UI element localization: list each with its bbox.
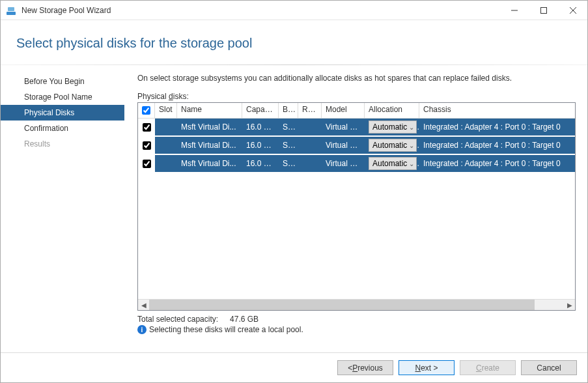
footer: < Previous Next > Create Cancel — [1, 352, 587, 382]
header-chassis[interactable]: Chassis — [419, 103, 575, 118]
total-value: 47.6 GB — [230, 315, 259, 324]
row-bus: SAS — [279, 141, 298, 150]
total-label: Total selected capacity: — [137, 315, 218, 324]
row-chassis: Integrated : Adapter 4 : Port 0 : Target… — [419, 122, 575, 132]
intro-text: On select storage subsystems you can add… — [137, 74, 576, 83]
row-model: Virtual Disk — [322, 122, 365, 132]
create-button: Create — [460, 360, 516, 375]
row-name: Msft Virtual Di... — [177, 122, 242, 132]
allocation-value: Automatic — [372, 122, 407, 132]
allocation-value: Automatic — [372, 141, 407, 150]
physical-disks-label: Physical disks: — [137, 92, 576, 101]
row-capacity: 16.0 GB — [242, 122, 279, 132]
info-text: Selecting these disks will create a loca… — [149, 325, 303, 334]
row-allocation: Automatic ⌄ — [365, 121, 419, 134]
wizard-steps: Before You Begin Storage Pool Name Physi… — [1, 66, 124, 351]
svg-rect-0 — [7, 12, 16, 15]
window-title: New Storage Pool Wizard — [21, 6, 111, 15]
minimize-icon — [511, 7, 518, 14]
scroll-thumb[interactable] — [149, 300, 535, 310]
chevron-down-icon: ⌄ — [409, 124, 414, 131]
scroll-left-icon[interactable]: ◀ — [138, 300, 149, 311]
allocation-value: Automatic — [372, 159, 407, 168]
maximize-icon — [540, 7, 547, 14]
titlebar: New Storage Pool Wizard — [1, 1, 587, 20]
info-line: i Selecting these disks will create a lo… — [137, 325, 576, 334]
horizontal-scrollbar[interactable]: ◀ ▶ — [138, 299, 575, 310]
next-button[interactable]: Next > — [399, 360, 455, 375]
scroll-right-icon[interactable]: ▶ — [564, 300, 575, 311]
previous-button[interactable]: < Previous — [337, 360, 393, 375]
grid-header: Slot Name Capacity Bus RPM Model Allocat… — [138, 103, 575, 119]
scroll-track[interactable] — [149, 300, 564, 310]
allocation-dropdown[interactable]: Automatic ⌄ — [369, 121, 417, 134]
svg-rect-1 — [8, 7, 14, 11]
main-content: On select storage subsystems you can add… — [124, 66, 587, 351]
header-capacity[interactable]: Capacity — [242, 103, 279, 118]
row-chassis: Integrated : Adapter 4 : Port 0 : Target… — [419, 141, 575, 150]
step-confirmation[interactable]: Confirmation — [1, 121, 124, 136]
allocation-dropdown[interactable]: Automatic ⌄ — [369, 157, 417, 170]
step-physical-disks[interactable]: Physical Disks — [1, 105, 124, 121]
cancel-button[interactable]: Cancel — [521, 360, 577, 375]
row-allocation: Automatic ⌄ — [365, 139, 419, 152]
allocation-dropdown[interactable]: Automatic ⌄ — [369, 139, 417, 152]
header-allocation[interactable]: Allocation — [365, 103, 419, 118]
row-checkbox[interactable] — [138, 137, 155, 154]
step-before-you-begin[interactable]: Before You Begin — [1, 74, 124, 89]
close-button[interactable] — [558, 1, 587, 20]
header-model[interactable]: Model — [322, 103, 365, 118]
grid-body: Msft Virtual Di... 16.0 GB SAS Virtual D… — [138, 119, 575, 299]
chevron-down-icon: ⌄ — [409, 160, 414, 167]
header-checkbox[interactable] — [138, 103, 155, 118]
row-bus: SAS — [279, 159, 298, 168]
row-capacity: 16.0 GB — [242, 159, 279, 168]
row-checkbox[interactable] — [138, 155, 155, 172]
header-bus[interactable]: Bus — [279, 103, 298, 118]
table-row[interactable]: Msft Virtual Di... 16.0 GB SAS Virtual D… — [138, 137, 575, 155]
table-row[interactable]: Msft Virtual Di... 16.0 GB SAS Virtual D… — [138, 119, 575, 137]
step-results: Results — [1, 136, 124, 152]
page-title: Select physical disks for the storage po… — [1, 20, 587, 51]
separator — [1, 64, 587, 65]
disks-grid: Slot Name Capacity Bus RPM Model Allocat… — [137, 102, 576, 311]
svg-rect-3 — [540, 7, 546, 13]
row-model: Virtual Disk — [322, 159, 365, 168]
step-storage-pool-name[interactable]: Storage Pool Name — [1, 89, 124, 105]
row-chassis: Integrated : Adapter 4 : Port 0 : Target… — [419, 159, 575, 168]
row-name: Msft Virtual Di... — [177, 159, 242, 168]
row-allocation: Automatic ⌄ — [365, 157, 419, 170]
close-icon — [570, 7, 576, 14]
row-checkbox[interactable] — [138, 119, 155, 135]
row-model: Virtual Disk — [322, 141, 365, 150]
table-row[interactable]: Msft Virtual Di... 16.0 GB SAS Virtual D… — [138, 155, 575, 173]
header-slot[interactable]: Slot — [155, 103, 177, 118]
header-rpm[interactable]: RPM — [298, 103, 322, 118]
chevron-down-icon: ⌄ — [409, 142, 414, 149]
app-icon — [6, 5, 16, 16]
info-icon: i — [137, 325, 147, 334]
row-bus: SAS — [279, 122, 298, 132]
maximize-button[interactable] — [529, 1, 558, 20]
minimize-button[interactable] — [499, 1, 529, 20]
row-name: Msft Virtual Di... — [177, 141, 242, 150]
row-capacity: 16.0 GB — [242, 141, 279, 150]
totals: Total selected capacity: 47.6 GB — [137, 315, 576, 324]
header-name[interactable]: Name — [177, 103, 242, 118]
